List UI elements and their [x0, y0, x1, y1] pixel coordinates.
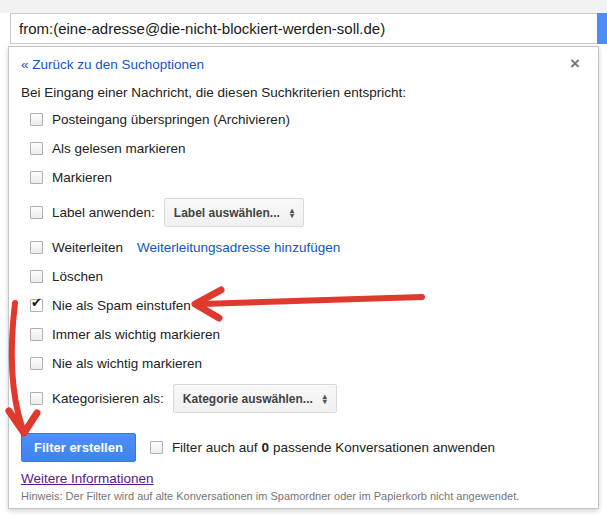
- filter-action-row: ✔ Weiterleiten Weiterleitungsadresse hin…: [21, 233, 582, 262]
- label-select-dropdown[interactable]: Label auswählen... ▴▾: [164, 198, 304, 227]
- checkbox-never-important[interactable]: ✔: [30, 357, 43, 370]
- create-filter-button[interactable]: Filter erstellen: [21, 433, 136, 462]
- action-label: Kategorisieren als:: [52, 391, 164, 406]
- checkbox-apply-label[interactable]: ✔: [30, 206, 43, 219]
- checkmark-icon: ✔: [31, 296, 42, 309]
- dropdown-value: Label auswählen...: [174, 206, 280, 220]
- footer-note: Hinweis: Der Filter wird auf alte Konver…: [21, 490, 582, 503]
- filter-actions-list: ✔ Posteingang überspringen (Archivieren)…: [21, 105, 582, 419]
- checkbox-delete[interactable]: ✔: [30, 270, 43, 283]
- checkbox-forward[interactable]: ✔: [30, 241, 43, 254]
- apply-to-matching-label: Filter auch auf0passende Konversationen …: [172, 440, 499, 455]
- top-strip: [0, 0, 607, 13]
- filter-action-row: ✔ Immer als wichtig markieren: [21, 320, 582, 349]
- search-button-fragment[interactable]: [597, 13, 607, 44]
- intro-text: Bei Eingang einer Nachricht, die diesen …: [21, 85, 582, 101]
- chevron-updown-icon: ▴▾: [290, 208, 294, 218]
- action-label: Markieren: [52, 170, 112, 185]
- back-to-search-options-link[interactable]: « Zurück zu den Suchoptionen: [21, 57, 204, 73]
- action-label: Als gelesen markieren: [52, 141, 186, 156]
- add-forwarding-address-link[interactable]: Weiterleitungsadresse hinzufügen: [137, 240, 340, 255]
- action-label: Weiterleiten: [52, 240, 123, 255]
- dropdown-value: Kategorie auswählen...: [183, 392, 313, 406]
- filter-action-row: ✔ Nie als wichtig markieren: [21, 349, 582, 378]
- filter-action-row: ✔ Markieren: [21, 163, 582, 192]
- chevron-updown-icon: ▴▾: [323, 394, 327, 404]
- action-label: Löschen: [52, 269, 103, 284]
- action-label: Label anwenden:: [52, 205, 155, 220]
- filter-action-row: ✔ Löschen: [21, 262, 582, 291]
- checkbox-always-important[interactable]: ✔: [30, 328, 43, 341]
- more-information-link[interactable]: Weitere Informationen: [21, 471, 154, 486]
- filter-action-row: ✔ Label anwenden: Label auswählen... ▴▾: [21, 192, 582, 233]
- action-label: Immer als wichtig markieren: [52, 327, 220, 342]
- action-label: Nie als wichtig markieren: [52, 356, 202, 371]
- filter-options-dialog: « Zurück zu den Suchoptionen × Bei Einga…: [8, 46, 599, 509]
- checkbox-mark-read[interactable]: ✔: [30, 142, 43, 155]
- checkbox-skip-inbox[interactable]: ✔: [30, 113, 43, 126]
- checkbox-star[interactable]: ✔: [30, 171, 43, 184]
- search-input[interactable]: [10, 13, 597, 44]
- checkbox-never-spam[interactable]: ✔: [30, 299, 43, 312]
- filter-action-row: ✔ Posteingang überspringen (Archivieren): [21, 105, 582, 134]
- category-select-dropdown[interactable]: Kategorie auswählen... ▴▾: [173, 384, 337, 413]
- close-icon[interactable]: ×: [570, 57, 580, 71]
- filter-action-row: ✔ Als gelesen markieren: [21, 134, 582, 163]
- filter-action-row: ✔ Nie als Spam einstufen: [21, 291, 582, 320]
- action-label: Nie als Spam einstufen: [52, 298, 191, 313]
- checkbox-apply-to-matching[interactable]: ✔: [150, 441, 163, 454]
- checkbox-categorize[interactable]: ✔: [30, 392, 43, 405]
- filter-action-row: ✔ Kategorisieren als: Kategorie auswähle…: [21, 378, 582, 419]
- action-label: Posteingang überspringen (Archivieren): [52, 112, 290, 127]
